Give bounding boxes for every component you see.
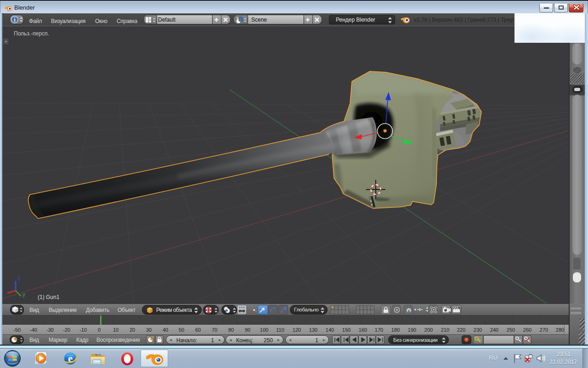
svg-text:y: y xyxy=(23,291,25,298)
svg-text:z: z xyxy=(17,275,20,282)
